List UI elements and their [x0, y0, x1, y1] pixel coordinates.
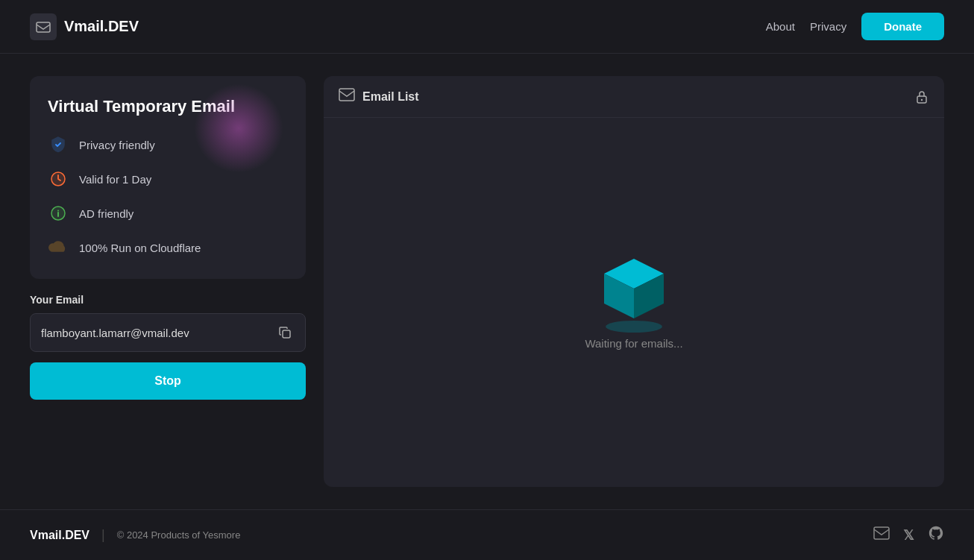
header-nav: About Privacy Donate: [766, 13, 944, 40]
waiting-illustration: [589, 255, 679, 337]
cloud-icon: [48, 237, 69, 258]
svg-point-14: [606, 321, 662, 333]
lock-button[interactable]: [914, 89, 929, 104]
feature-list: Privacy friendly Valid for 1 Day: [48, 134, 288, 258]
svg-rect-0: [37, 22, 50, 32]
feature-privacy-text: Privacy friendly: [79, 139, 155, 151]
info-icon: [48, 203, 69, 224]
svg-point-10: [921, 98, 923, 100]
feature-cloudflare-text: 100% Run on Cloudflare: [79, 242, 201, 254]
feature-validity-text: Valid for 1 Day: [79, 173, 151, 186]
footer-copyright: © 2024 Products of Yesmore: [117, 529, 241, 541]
logo: Vmail.DEV: [30, 13, 139, 40]
stop-button[interactable]: Stop: [30, 362, 306, 400]
email-list-label: Email List: [362, 90, 419, 104]
footer-divider: |: [101, 527, 105, 543]
logo-text: Vmail.DEV: [64, 18, 139, 35]
footer-icons: 𝕏: [873, 525, 944, 545]
logo-icon: [30, 13, 57, 40]
feature-validity: Valid for 1 Day: [48, 169, 288, 189]
svg-rect-8: [339, 89, 354, 101]
envelope-icon: [339, 88, 355, 105]
right-panel: Email List Waiting: [324, 76, 944, 487]
waiting-text: Waiting for emails...: [585, 337, 682, 350]
feature-cloudflare: 100% Run on Cloudflare: [48, 237, 288, 258]
about-link[interactable]: About: [766, 20, 795, 33]
footer: Vmail.DEV | © 2024 Products of Yesmore 𝕏: [0, 509, 974, 560]
feature-privacy: Privacy friendly: [48, 134, 288, 155]
email-value: flamboyant.lamarr@vmail.dev: [41, 327, 275, 339]
footer-mail-icon[interactable]: [873, 526, 890, 544]
svg-point-6: [57, 210, 59, 212]
email-list-title: Email List: [339, 88, 419, 105]
shield-icon: [48, 134, 69, 155]
footer-brand: Vmail.DEV: [30, 529, 89, 542]
feature-ad: AD friendly: [48, 203, 288, 224]
donate-button[interactable]: Donate: [861, 13, 944, 40]
email-display: flamboyant.lamarr@vmail.dev: [30, 313, 306, 352]
email-section: Your Email flamboyant.lamarr@vmail.dev S…: [30, 294, 306, 400]
copy-email-button[interactable]: [275, 323, 295, 342]
feature-ad-text: AD friendly: [79, 207, 133, 220]
left-panel: Virtual Temporary Email Privacy friendly: [30, 76, 306, 487]
svg-rect-7: [283, 330, 290, 338]
footer-github-icon[interactable]: [928, 525, 944, 545]
email-list-body: Waiting for emails...: [324, 118, 944, 487]
svg-rect-15: [874, 527, 889, 539]
privacy-link[interactable]: Privacy: [810, 20, 846, 33]
email-list-header: Email List: [324, 76, 944, 118]
footer-twitter-icon[interactable]: 𝕏: [903, 527, 914, 544]
clock-icon: [48, 169, 69, 189]
feature-card-title: Virtual Temporary Email: [48, 97, 288, 116]
feature-card: Virtual Temporary Email Privacy friendly: [30, 76, 306, 279]
email-label: Your Email: [30, 294, 306, 306]
footer-left: Vmail.DEV | © 2024 Products of Yesmore: [30, 527, 240, 543]
